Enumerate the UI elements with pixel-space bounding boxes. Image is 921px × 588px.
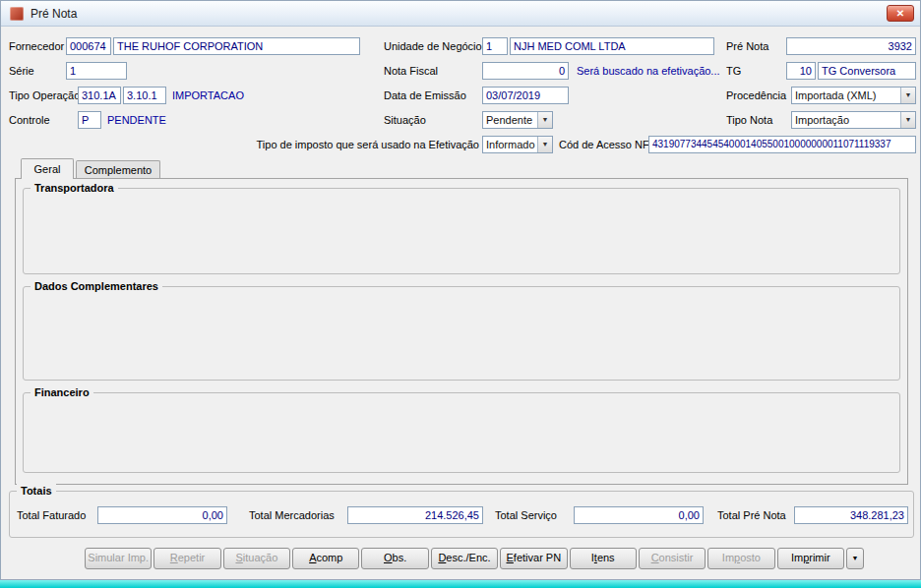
- data-emissao-field[interactable]: 03/07/2019: [482, 87, 569, 104]
- unidade-negocio-name-field[interactable]: NJH MED COML LTDA: [510, 37, 714, 55]
- nota-fiscal-label: Nota Fiscal: [384, 62, 438, 80]
- window-title: Pré Nota: [31, 7, 77, 21]
- data-emissao-label: Data de Emissão: [384, 87, 466, 104]
- tipo-operacao-name: IMPORTACAO: [172, 87, 244, 104]
- pre-nota-number-field[interactable]: 3932: [786, 37, 916, 55]
- action-button-efetivar-pn[interactable]: Efetivar PN: [500, 548, 567, 569]
- action-button-consistir[interactable]: Consistir: [639, 548, 706, 569]
- chevron-down-icon: ▼: [900, 112, 915, 128]
- action-button-simular-imp[interactable]: Simular Imp.: [85, 548, 152, 569]
- unidade-negocio-label: Unidade de Negócio: [384, 37, 482, 55]
- fornecedor-name-field[interactable]: THE RUHOF CORPORATION: [113, 37, 360, 55]
- transportadora-group-title: Transportadora: [31, 181, 118, 195]
- totais-group-title: Totais: [17, 484, 56, 498]
- tab-geral[interactable]: Geral: [21, 158, 74, 179]
- cod-acesso-nfe-label: Cód de Acesso NFe: [559, 136, 655, 153]
- unidade-negocio-code-field[interactable]: 1: [482, 37, 508, 55]
- tipo-operacao-code1-field[interactable]: 310.1A: [78, 87, 121, 104]
- procedencia-select[interactable]: Importada (XML) ▼: [791, 87, 916, 104]
- action-button-desc-enc[interactable]: Desc./Enc.: [431, 548, 498, 569]
- tab-complemento[interactable]: Complemento: [76, 160, 160, 179]
- chevron-down-icon: ▼: [537, 137, 552, 152]
- chevron-down-icon: ▼: [537, 112, 552, 128]
- dados-complementares-group-title: Dados Complementares: [31, 279, 162, 293]
- cod-acesso-nfe-field[interactable]: 4319077344545400014055001000000001107111…: [648, 136, 916, 153]
- nota-fiscal-hint: Será buscado na efetivação...: [577, 62, 720, 80]
- tipo-nota-select[interactable]: Importação ▼: [791, 111, 916, 129]
- controle-code-field[interactable]: P: [78, 111, 101, 129]
- dados-complementares-group: [23, 286, 900, 381]
- tg-label: TG: [726, 62, 741, 80]
- serie-field[interactable]: 1: [66, 62, 127, 80]
- pre-nota-window: Pré Nota ✕ Fornecedor 000674 THE RUHOF C…: [0, 0, 921, 580]
- fornecedor-code-field[interactable]: 000674: [66, 37, 111, 55]
- action-button-imposto[interactable]: Imposto: [707, 548, 774, 569]
- serie-label: Série: [9, 62, 34, 80]
- action-button-acomp[interactable]: Acomp: [292, 548, 359, 569]
- tipo-imposto-select[interactable]: Informado ▼: [482, 136, 553, 153]
- controle-label: Controle: [9, 111, 50, 129]
- nota-fiscal-field[interactable]: 0: [482, 62, 569, 80]
- tipo-nota-value: Importação: [792, 112, 915, 128]
- tipo-operacao-code2-field[interactable]: 3.10.1: [123, 87, 166, 104]
- action-button-imprimir[interactable]: Imprimir: [777, 548, 844, 569]
- close-button[interactable]: ✕: [887, 5, 914, 22]
- tipo-nota-label: Tipo Nota: [726, 111, 772, 129]
- transportadora-group: [23, 188, 900, 274]
- imprimir-dropdown-button[interactable]: ▼: [846, 548, 864, 569]
- action-button-repetir[interactable]: Repetir: [154, 548, 220, 569]
- action-button-obs[interactable]: Obs.: [361, 548, 428, 569]
- situacao-select[interactable]: Pendente ▼: [482, 111, 553, 129]
- chevron-down-icon: ▼: [900, 88, 915, 103]
- procedencia-label: Procedência: [726, 87, 786, 104]
- totais-group: [9, 491, 914, 538]
- financeiro-group-title: Financeiro: [31, 385, 93, 399]
- procedencia-value: Importada (XML): [792, 88, 915, 103]
- action-button-itens[interactable]: Itens: [570, 548, 637, 569]
- financeiro-group: [23, 392, 900, 473]
- bottom-accent-strip: [0, 580, 921, 588]
- tipo-operacao-label: Tipo Operação: [9, 87, 80, 104]
- situacao-label: Situação: [384, 111, 426, 129]
- controle-status-text: PENDENTE: [107, 111, 166, 129]
- app-icon: [10, 7, 24, 21]
- title-bar[interactable]: Pré Nota ✕: [1, 1, 920, 27]
- action-button-situacao[interactable]: Situação: [223, 548, 290, 569]
- tipo-imposto-label: Tipo de imposto que será usado na Efetiv…: [227, 136, 479, 153]
- tg-code-field[interactable]: 10: [786, 62, 816, 80]
- action-button-bar: Simular Imp.RepetirSituaçãoAcompObs.Desc…: [85, 548, 864, 569]
- tg-name-field[interactable]: TG Conversora: [818, 62, 916, 80]
- fornecedor-label: Fornecedor: [9, 37, 64, 55]
- pre-nota-label: Pré Nota: [726, 37, 768, 55]
